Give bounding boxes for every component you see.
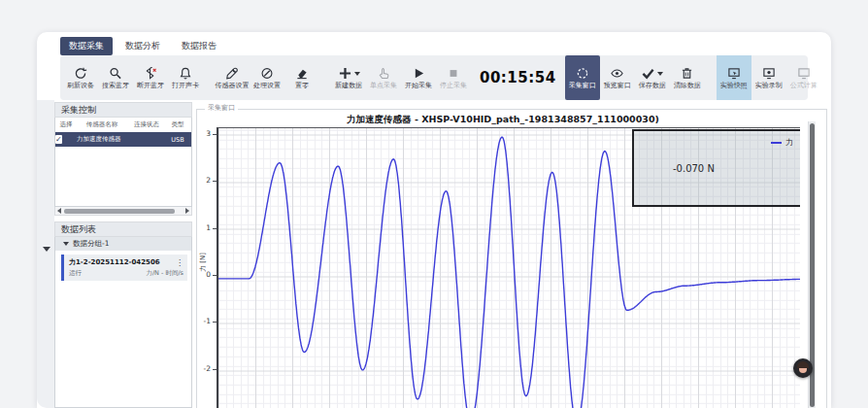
y-tick-label: 1 (206, 224, 211, 232)
scroll-left-icon[interactable] (57, 208, 61, 214)
y-tick-label: 3 (206, 130, 211, 138)
stop-icon (448, 67, 459, 80)
single-point-button[interactable]: 单点采集 (366, 55, 401, 100)
stop-acquisition-button[interactable]: 停止采集 (436, 55, 471, 100)
start-acquisition-button[interactable]: 开始采集 (401, 55, 436, 100)
preview-window-button[interactable]: 预览窗口 (600, 55, 635, 100)
bluetooth-disconnect-icon (144, 67, 157, 80)
item-menu-icon[interactable]: ⋮ (176, 258, 184, 267)
sensor-checkbox[interactable]: ✓ (55, 135, 62, 144)
refresh-icon (74, 67, 87, 80)
data-item-title: 力1-2-20251112-042506 (69, 257, 160, 267)
process-settings-button[interactable]: 处理设置 (250, 55, 284, 100)
avatar-hair-icon (797, 361, 809, 368)
zero-button[interactable]: 置零 (284, 55, 319, 100)
col-type: 类型 (166, 120, 189, 129)
chart-legend: 力 (771, 137, 793, 148)
screen-icon (797, 67, 811, 80)
sensor-row[interactable]: ✓ 力加速度传感器 USB (55, 132, 191, 147)
bell-icon (179, 67, 192, 80)
data-list-item[interactable]: 力1-2-20251112-042506 ⋮ 运行 力/N - 时间/s (61, 255, 187, 281)
refresh-device-button[interactable]: 刷新设备 (63, 55, 98, 100)
sensor-settings-button[interactable]: 传感器设置 (215, 55, 250, 100)
y-tick-label: 2 (206, 177, 211, 185)
screen-cursor-icon (727, 67, 741, 80)
chart-frame: 采集窗口 力加速度传感器 - XHSP-V10HID_path_-1981348… (196, 109, 827, 408)
trash-icon (681, 67, 693, 80)
compass-icon (260, 67, 274, 80)
sensor-settings-icon (225, 67, 239, 80)
current-value: -0.070 N (673, 163, 715, 174)
acquisition-timer: 00:15:54 (480, 69, 556, 86)
plot-area[interactable]: -0.070 N 力 (217, 127, 800, 408)
acquisition-window-button[interactable]: 采集窗口 (565, 55, 600, 100)
plus-icon (338, 67, 352, 80)
open-soundcard-button[interactable]: 打开声卡 (168, 55, 203, 100)
sensor-type: USB (166, 136, 189, 144)
data-item-axes: 力/N - 时间/s (146, 269, 184, 278)
eraser-icon (295, 67, 309, 80)
assistant-avatar-button[interactable] (793, 358, 813, 378)
sensor-table: 选择 传感器名称 连接状态 类型 ✓ 力加速度传感器 USB (54, 118, 192, 207)
chart-frame-label: 采集窗口 (205, 105, 238, 112)
sensor-table-header: 选择 传感器名称 连接状态 类型 (55, 118, 191, 132)
tab-data-acquisition[interactable]: 数据采集 (60, 37, 113, 55)
chevron-down-icon[interactable] (657, 72, 663, 76)
chevron-down-icon (63, 242, 69, 246)
col-select: 选择 (55, 120, 77, 129)
collection-control-header: 采集控制 (54, 102, 192, 118)
tab-data-report[interactable]: 数据报告 (173, 37, 225, 55)
legend-label: 力 (785, 137, 793, 148)
data-list-header: 数据列表 (54, 221, 192, 237)
search-icon (109, 67, 122, 80)
legend-line-swatch (771, 142, 782, 144)
y-tick-label: -2 (204, 365, 211, 373)
data-group-header[interactable]: 数据分组-1 (55, 237, 191, 251)
main-card: 数据采集 数据分析 数据报告 刷新设备 搜索蓝牙 断开蓝牙 打开声卡 (37, 32, 831, 408)
dashed-circle-icon (576, 67, 589, 80)
data-list: 数据分组-1 力1-2-20251112-042506 ⋮ 运行 力/N - 时… (54, 237, 192, 408)
collapse-arrow-icon[interactable] (43, 247, 50, 252)
new-data-button[interactable]: 新建数据 (331, 55, 366, 100)
experiment-record-button[interactable]: 实验录制 (751, 55, 786, 100)
sensor-name: 力加速度传感器 (77, 135, 127, 144)
col-sensor-name: 传感器名称 (77, 120, 127, 129)
search-bluetooth-button[interactable]: 搜索蓝牙 (98, 55, 133, 100)
check-icon (641, 67, 655, 80)
tab-data-analysis[interactable]: 数据分析 (117, 37, 169, 55)
hscroll-thumb[interactable] (64, 209, 175, 214)
y-tick-label: 0 (206, 271, 211, 279)
chart-title: 力加速度传感器 - XHSP-V10HID_path_-1981348857_1… (197, 114, 809, 126)
experiment-snapshot-button[interactable]: 实验快照 (717, 55, 751, 100)
scroll-right-icon[interactable] (185, 208, 189, 214)
save-data-button[interactable]: 保存数据 (635, 55, 670, 100)
screen-record-icon (762, 67, 776, 80)
play-icon (413, 67, 425, 80)
toolbar: 刷新设备 搜索蓝牙 断开蓝牙 打开声卡 传感器设置 处理设置 (60, 55, 808, 100)
y-axis: 3210-1-2 (197, 127, 217, 408)
sensor-table-hscrollbar[interactable] (54, 207, 192, 216)
app-window: 数据采集 数据分析 数据报告 刷新设备 搜索蓝牙 断开蓝牙 打开声卡 (0, 0, 868, 408)
disconnect-bluetooth-button[interactable]: 断开蓝牙 (133, 55, 168, 100)
left-panel: 采集控制 选择 传感器名称 连接状态 类型 ✓ 力加速度传感器 USB (54, 102, 192, 408)
data-item-status: 运行 (69, 269, 82, 278)
chevron-down-icon[interactable] (354, 72, 360, 76)
main-tabbar: 数据采集 数据分析 数据报告 (60, 37, 225, 55)
col-connection-status: 连接状态 (127, 120, 166, 129)
clear-data-button[interactable]: 清除数据 (670, 55, 705, 100)
y-tick-label: -1 (204, 319, 211, 326)
hand-pointer-icon (377, 67, 390, 80)
eye-icon (610, 67, 624, 80)
sidebar-collapse-rail[interactable] (37, 100, 54, 408)
formula-calc-button[interactable]: 公式计算 (786, 55, 821, 100)
